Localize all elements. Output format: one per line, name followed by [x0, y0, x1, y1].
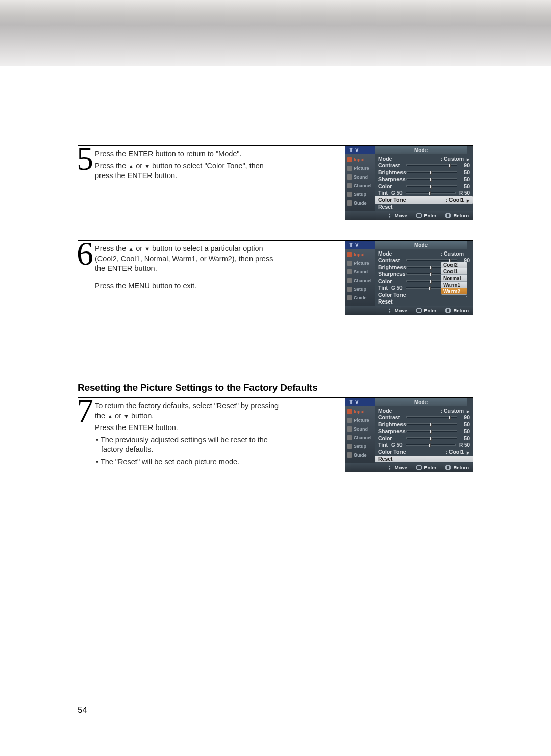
- tint-slider[interactable]: [406, 192, 456, 194]
- osd-foot-return: Return: [445, 308, 469, 313]
- osd-side-guide[interactable]: Guide: [345, 450, 375, 459]
- osd-row-reset[interactable]: Reset: [378, 204, 470, 211]
- osd-side-sound-label: Sound: [354, 426, 368, 432]
- tone-option-cool1[interactable]: Cool1: [441, 268, 467, 275]
- osd-side-sound[interactable]: Sound: [345, 267, 375, 276]
- slider-thumb[interactable]: [430, 423, 432, 427]
- slider-thumb[interactable]: [430, 171, 432, 175]
- osd-side-sound[interactable]: Sound: [345, 424, 375, 433]
- osd-side-input[interactable]: Input: [345, 155, 375, 164]
- slider-thumb[interactable]: [430, 266, 432, 270]
- input-icon: [347, 409, 352, 414]
- osd-side-guide[interactable]: Guide: [345, 198, 375, 207]
- brightness-slider[interactable]: [406, 423, 457, 425]
- guide-icon: [347, 452, 352, 458]
- osd-main: ModeCustom Contrast90 Brightness Sharpne…: [375, 249, 473, 306]
- slider-thumb[interactable]: [449, 164, 451, 168]
- osd-footer: Move Enter Return: [345, 306, 473, 315]
- slider-thumb[interactable]: [430, 437, 432, 441]
- osd-mode-label: Mode: [378, 156, 406, 162]
- arrow-up-icon: [128, 162, 134, 170]
- contrast-slider[interactable]: [406, 259, 457, 261]
- sharpness-slider[interactable]: [406, 430, 457, 432]
- osd-row-brightness[interactable]: Brightness50: [378, 421, 470, 428]
- sharpness-slider[interactable]: [406, 178, 457, 180]
- osd-contrast-label: Contrast: [378, 414, 406, 420]
- osd-foot-enter-label: Enter: [424, 213, 436, 218]
- slider-thumb[interactable]: [449, 416, 451, 420]
- osd-row-colortone[interactable]: Color ToneCool1: [378, 448, 470, 456]
- osd-side-picture[interactable]: Picture: [345, 416, 375, 424]
- s7-b1: • The previously adjusted settings will …: [96, 436, 268, 454]
- tone-option-cool2[interactable]: Cool2: [441, 262, 467, 268]
- osd-side-setup[interactable]: Setup: [345, 442, 375, 450]
- s7-l1c: button.: [129, 412, 154, 420]
- slider-thumb[interactable]: [429, 191, 431, 195]
- osd-row-sharpness[interactable]: Sharpness50: [378, 176, 470, 183]
- osd-row-tint[interactable]: TintG 50R 50: [378, 190, 470, 197]
- osd-sidebar: Input Picture Sound Channel Setup Guide: [345, 249, 375, 306]
- osd-title: Mode: [375, 398, 467, 406]
- osd-row-colortone[interactable]: Color ToneCool1: [375, 196, 473, 204]
- osd-mode-value: Custom: [406, 156, 464, 162]
- osd-side-guide[interactable]: Guide: [345, 293, 375, 302]
- osd-colortone-label: Color Tone: [378, 292, 406, 298]
- osd-side-picture-label: Picture: [354, 261, 369, 266]
- osd-row-tint[interactable]: TintG 50R 50: [378, 442, 470, 449]
- brightness-slider[interactable]: [406, 171, 457, 173]
- step-number-7: 7: [77, 394, 93, 427]
- osd-row-mode[interactable]: ModeCustom: [378, 250, 470, 257]
- slider-thumb[interactable]: [430, 280, 432, 284]
- osd-side-channel[interactable]: Channel: [345, 276, 375, 285]
- osd-side-setup[interactable]: Setup: [345, 285, 375, 293]
- slider-thumb[interactable]: [429, 443, 431, 447]
- tone-option-warm2[interactable]: Warm2: [441, 288, 467, 295]
- slider-thumb[interactable]: [430, 272, 432, 276]
- osd-row-brightness[interactable]: Brightness50: [378, 169, 470, 176]
- osd-row-reset[interactable]: Reset: [378, 298, 470, 306]
- color-slider[interactable]: [406, 185, 457, 187]
- osd-row-mode[interactable]: ModeCustom: [378, 407, 470, 414]
- slider-thumb[interactable]: [430, 185, 432, 189]
- osd-row-contrast[interactable]: Contrast90: [378, 414, 470, 421]
- osd-row-sharpness[interactable]: Sharpness50: [378, 428, 470, 435]
- osd-side-input[interactable]: Input: [345, 250, 375, 259]
- tone-option-normal[interactable]: Normal: [441, 275, 467, 282]
- page-number: 54: [78, 705, 87, 715]
- osd-contrast-label: Contrast: [378, 257, 406, 263]
- step-6-block: 6 Press the or button to select a partic…: [78, 240, 473, 331]
- osd-row-reset[interactable]: Reset: [375, 456, 473, 463]
- move-arrows-icon: [388, 213, 393, 218]
- osd-sharpness-value: 50: [460, 176, 470, 182]
- osd-side-channel[interactable]: Channel: [345, 433, 375, 442]
- osd-row-color[interactable]: Color50: [378, 435, 470, 442]
- color-slider[interactable]: [406, 437, 457, 439]
- guide-icon: [347, 295, 352, 300]
- contrast-slider[interactable]: [406, 164, 457, 166]
- tint-slider[interactable]: [406, 444, 456, 446]
- osd-body: Input Picture Sound Channel Setup Guide …: [345, 249, 473, 306]
- slider-thumb[interactable]: [430, 430, 432, 434]
- osd-row-color[interactable]: Color50: [378, 183, 470, 190]
- enter-icon: [416, 465, 422, 470]
- osd-side-sound-label: Sound: [354, 174, 368, 180]
- contrast-slider[interactable]: [406, 416, 457, 418]
- osd-side-channel[interactable]: Channel: [345, 181, 375, 190]
- tone-option-warm1[interactable]: Warm1: [441, 282, 467, 288]
- osd-side-guide-label: Guide: [354, 452, 367, 458]
- osd-side-setup[interactable]: Setup: [345, 190, 375, 198]
- slider-thumb[interactable]: [430, 178, 432, 182]
- osd-row-contrast[interactable]: Contrast90: [378, 162, 470, 169]
- osd-side-picture[interactable]: Picture: [345, 164, 375, 172]
- s6-l1b: or: [134, 244, 144, 253]
- osd-side-sound[interactable]: Sound: [345, 172, 375, 181]
- osd-tint-g: G 50: [391, 285, 406, 291]
- channel-icon: [347, 278, 352, 283]
- osd-row-mode[interactable]: ModeCustom: [378, 155, 470, 162]
- osd-reset-label: Reset: [378, 298, 406, 305]
- osd-foot-move: Move: [388, 465, 407, 470]
- osd-side-input[interactable]: Input: [345, 407, 375, 416]
- osd-colortone-label: Color Tone: [378, 197, 406, 203]
- osd-side-picture[interactable]: Picture: [345, 259, 375, 267]
- slider-thumb[interactable]: [429, 286, 431, 290]
